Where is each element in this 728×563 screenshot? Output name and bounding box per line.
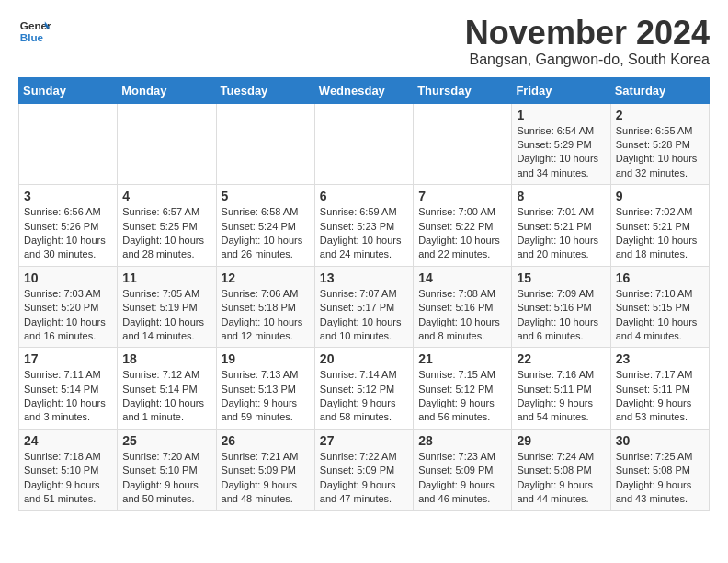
day-cell (118, 103, 216, 185)
svg-text:Blue: Blue (20, 31, 44, 43)
header: General Blue November 2024 Bangsan, Gang… (18, 15, 710, 68)
day-cell: 29Sunrise: 7:24 AM Sunset: 5:08 PM Dayli… (512, 429, 610, 511)
day-cell (19, 103, 118, 185)
day-info: Sunrise: 6:56 AM Sunset: 5:26 PM Dayligh… (24, 205, 112, 262)
day-number: 19 (222, 351, 310, 366)
week-row-2: 3Sunrise: 6:56 AM Sunset: 5:26 PM Daylig… (19, 185, 710, 267)
day-number: 13 (320, 270, 408, 285)
day-number: 8 (517, 189, 605, 203)
day-number: 10 (24, 270, 112, 285)
day-number: 7 (418, 189, 506, 203)
col-header-wednesday: Wednesday (314, 77, 413, 103)
day-info: Sunrise: 7:08 AM Sunset: 5:16 PM Dayligh… (418, 287, 506, 344)
week-row-1: 1Sunrise: 6:54 AM Sunset: 5:29 PM Daylig… (19, 103, 710, 185)
day-info: Sunrise: 7:01 AM Sunset: 5:21 PM Dayligh… (517, 205, 605, 262)
week-row-4: 17Sunrise: 7:11 AM Sunset: 5:14 PM Dayli… (19, 348, 710, 430)
day-info: Sunrise: 7:20 AM Sunset: 5:10 PM Dayligh… (122, 450, 210, 507)
day-info: Sunrise: 7:18 AM Sunset: 5:10 PM Dayligh… (24, 450, 112, 507)
day-number: 25 (122, 433, 210, 448)
day-cell: 14Sunrise: 7:08 AM Sunset: 5:16 PM Dayli… (414, 266, 512, 348)
day-number: 28 (418, 433, 506, 448)
day-number: 12 (222, 270, 310, 285)
header-row: SundayMondayTuesdayWednesdayThursdayFrid… (19, 77, 710, 103)
day-number: 17 (24, 351, 112, 366)
title-block: November 2024 Bangsan, Gangwon-do, South… (465, 15, 710, 68)
day-cell: 19Sunrise: 7:13 AM Sunset: 5:13 PM Dayli… (216, 348, 314, 430)
day-info: Sunrise: 7:16 AM Sunset: 5:11 PM Dayligh… (517, 368, 605, 425)
day-cell (414, 103, 512, 185)
day-number: 2 (616, 108, 704, 122)
day-number: 1 (517, 108, 605, 122)
day-cell: 3Sunrise: 6:56 AM Sunset: 5:26 PM Daylig… (19, 185, 118, 267)
calendar-table: SundayMondayTuesdayWednesdayThursdayFrid… (18, 77, 710, 511)
day-cell: 10Sunrise: 7:03 AM Sunset: 5:20 PM Dayli… (19, 266, 118, 348)
day-info: Sunrise: 7:24 AM Sunset: 5:08 PM Dayligh… (517, 450, 605, 507)
day-info: Sunrise: 7:11 AM Sunset: 5:14 PM Dayligh… (24, 368, 112, 425)
day-number: 21 (418, 351, 506, 366)
day-info: Sunrise: 7:02 AM Sunset: 5:21 PM Dayligh… (616, 205, 704, 262)
logo: General Blue (18, 15, 51, 48)
day-number: 4 (122, 189, 210, 203)
day-cell: 5Sunrise: 6:58 AM Sunset: 5:24 PM Daylig… (216, 185, 314, 267)
day-number: 30 (616, 433, 704, 448)
col-header-thursday: Thursday (414, 77, 512, 103)
day-cell: 27Sunrise: 7:22 AM Sunset: 5:09 PM Dayli… (314, 429, 413, 511)
day-cell: 24Sunrise: 7:18 AM Sunset: 5:10 PM Dayli… (19, 429, 118, 511)
day-info: Sunrise: 7:12 AM Sunset: 5:14 PM Dayligh… (122, 368, 210, 425)
day-number: 26 (222, 433, 310, 448)
day-number: 6 (320, 189, 408, 203)
day-cell: 20Sunrise: 7:14 AM Sunset: 5:12 PM Dayli… (314, 348, 413, 430)
month-title: November 2024 (465, 15, 710, 52)
week-row-5: 24Sunrise: 7:18 AM Sunset: 5:10 PM Dayli… (19, 429, 710, 511)
day-cell: 28Sunrise: 7:23 AM Sunset: 5:09 PM Dayli… (414, 429, 512, 511)
day-info: Sunrise: 7:13 AM Sunset: 5:13 PM Dayligh… (222, 368, 310, 425)
day-cell: 22Sunrise: 7:16 AM Sunset: 5:11 PM Dayli… (512, 348, 610, 430)
day-cell: 6Sunrise: 6:59 AM Sunset: 5:23 PM Daylig… (314, 185, 413, 267)
day-number: 15 (517, 270, 605, 285)
day-info: Sunrise: 7:10 AM Sunset: 5:15 PM Dayligh… (616, 287, 704, 344)
day-number: 27 (320, 433, 408, 448)
day-cell: 25Sunrise: 7:20 AM Sunset: 5:10 PM Dayli… (118, 429, 216, 511)
col-header-friday: Friday (512, 77, 610, 103)
day-cell: 21Sunrise: 7:15 AM Sunset: 5:12 PM Dayli… (414, 348, 512, 430)
day-cell: 2Sunrise: 6:55 AM Sunset: 5:28 PM Daylig… (610, 103, 709, 185)
day-number: 5 (222, 189, 310, 203)
day-cell (314, 103, 413, 185)
day-cell: 23Sunrise: 7:17 AM Sunset: 5:11 PM Dayli… (610, 348, 709, 430)
day-cell: 1Sunrise: 6:54 AM Sunset: 5:29 PM Daylig… (512, 103, 610, 185)
day-info: Sunrise: 6:54 AM Sunset: 5:29 PM Dayligh… (517, 124, 605, 181)
day-number: 14 (418, 270, 506, 285)
day-cell: 9Sunrise: 7:02 AM Sunset: 5:21 PM Daylig… (610, 185, 709, 267)
day-info: Sunrise: 6:55 AM Sunset: 5:28 PM Dayligh… (616, 124, 704, 181)
day-info: Sunrise: 7:23 AM Sunset: 5:09 PM Dayligh… (418, 450, 506, 507)
day-number: 24 (24, 433, 112, 448)
week-row-3: 10Sunrise: 7:03 AM Sunset: 5:20 PM Dayli… (19, 266, 710, 348)
day-cell: 7Sunrise: 7:00 AM Sunset: 5:22 PM Daylig… (414, 185, 512, 267)
day-number: 18 (122, 351, 210, 366)
col-header-saturday: Saturday (610, 77, 709, 103)
day-info: Sunrise: 7:21 AM Sunset: 5:09 PM Dayligh… (222, 450, 310, 507)
day-number: 22 (517, 351, 605, 366)
day-cell: 13Sunrise: 7:07 AM Sunset: 5:17 PM Dayli… (314, 266, 413, 348)
day-info: Sunrise: 7:06 AM Sunset: 5:18 PM Dayligh… (222, 287, 310, 344)
day-number: 20 (320, 351, 408, 366)
col-header-sunday: Sunday (19, 77, 118, 103)
day-cell: 30Sunrise: 7:25 AM Sunset: 5:08 PM Dayli… (610, 429, 709, 511)
day-cell: 15Sunrise: 7:09 AM Sunset: 5:16 PM Dayli… (512, 266, 610, 348)
day-info: Sunrise: 7:25 AM Sunset: 5:08 PM Dayligh… (616, 450, 704, 507)
day-info: Sunrise: 6:59 AM Sunset: 5:23 PM Dayligh… (320, 205, 408, 262)
day-cell: 17Sunrise: 7:11 AM Sunset: 5:14 PM Dayli… (19, 348, 118, 430)
day-info: Sunrise: 7:09 AM Sunset: 5:16 PM Dayligh… (517, 287, 605, 344)
day-cell: 18Sunrise: 7:12 AM Sunset: 5:14 PM Dayli… (118, 348, 216, 430)
day-cell: 26Sunrise: 7:21 AM Sunset: 5:09 PM Dayli… (216, 429, 314, 511)
day-number: 23 (616, 351, 704, 366)
day-info: Sunrise: 7:14 AM Sunset: 5:12 PM Dayligh… (320, 368, 408, 425)
day-info: Sunrise: 6:57 AM Sunset: 5:25 PM Dayligh… (122, 205, 210, 262)
day-info: Sunrise: 7:17 AM Sunset: 5:11 PM Dayligh… (616, 368, 704, 425)
day-info: Sunrise: 6:58 AM Sunset: 5:24 PM Dayligh… (222, 205, 310, 262)
day-cell: 16Sunrise: 7:10 AM Sunset: 5:15 PM Dayli… (610, 266, 709, 348)
day-cell (216, 103, 314, 185)
day-info: Sunrise: 7:00 AM Sunset: 5:22 PM Dayligh… (418, 205, 506, 262)
logo-icon: General Blue (18, 15, 51, 48)
col-header-tuesday: Tuesday (216, 77, 314, 103)
